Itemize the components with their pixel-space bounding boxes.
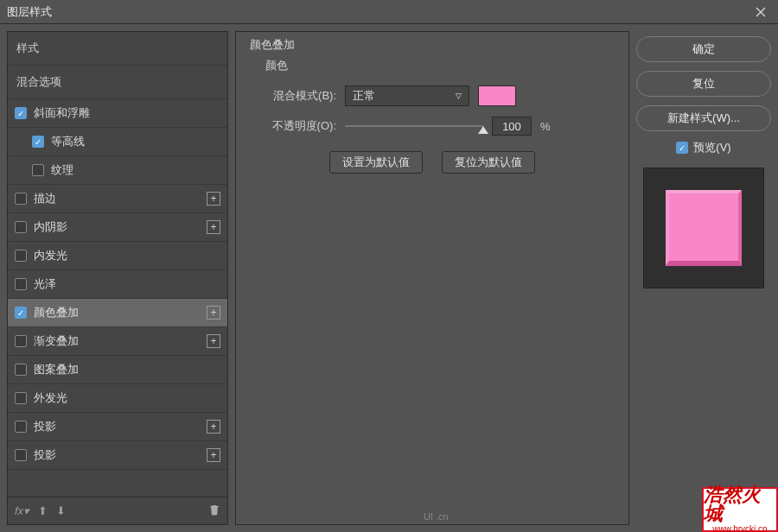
checkbox-icon[interactable] bbox=[15, 392, 27, 404]
trash-icon[interactable] bbox=[208, 504, 220, 518]
style-item-contour[interactable]: ✓ 等高线 bbox=[8, 128, 227, 156]
preview-thumbnail bbox=[666, 190, 742, 266]
style-item-satin[interactable]: 光泽 bbox=[8, 270, 227, 299]
checkbox-icon[interactable] bbox=[15, 421, 27, 433]
add-effect-icon[interactable]: + bbox=[207, 192, 220, 206]
action-panel: 确定 复位 新建样式(W)... ✓ 预览(V) bbox=[636, 31, 771, 525]
style-label: 颜色叠加 bbox=[34, 305, 200, 320]
blend-mode-select[interactable]: 正常 ▽ bbox=[345, 86, 469, 106]
watermark: 浩然火城 www.hryckj.cn bbox=[702, 487, 778, 532]
add-effect-icon[interactable]: + bbox=[207, 220, 220, 234]
opacity-label: 不透明度(O): bbox=[250, 118, 336, 134]
styles-list: 样式 混合选项 ✓ 斜面和浮雕 ✓ 等高线 纹理 描边 + 内阴影 bbox=[8, 32, 227, 497]
blending-section-header[interactable]: 混合选项 bbox=[8, 66, 227, 99]
reset-default-button[interactable]: 复位为默认值 bbox=[442, 151, 535, 174]
style-label: 投影 bbox=[34, 419, 200, 434]
style-item-inner-glow[interactable]: 内发光 bbox=[8, 242, 227, 270]
add-effect-icon[interactable]: + bbox=[207, 334, 220, 348]
checkbox-icon[interactable] bbox=[15, 335, 27, 347]
checkbox-icon[interactable]: ✓ bbox=[15, 307, 27, 319]
preview-label: 预览(V) bbox=[693, 140, 730, 155]
add-effect-icon[interactable]: + bbox=[207, 420, 220, 434]
style-label: 渐变叠加 bbox=[34, 333, 200, 349]
chevron-down-icon: ▽ bbox=[456, 92, 462, 100]
titlebar: 图层样式 bbox=[0, 0, 778, 24]
style-label: 描边 bbox=[34, 191, 200, 206]
style-item-color-overlay[interactable]: ✓ 颜色叠加 + bbox=[8, 299, 227, 327]
group-title: 颜色 bbox=[262, 58, 615, 73]
preview-toggle[interactable]: ✓ 预览(V) bbox=[636, 140, 771, 155]
section-title: 颜色叠加 bbox=[250, 35, 615, 58]
checkbox-icon[interactable] bbox=[15, 250, 27, 262]
style-item-outer-glow[interactable]: 外发光 bbox=[8, 384, 227, 413]
slider-thumb-icon[interactable] bbox=[478, 126, 488, 134]
add-effect-icon[interactable]: + bbox=[207, 306, 220, 320]
dialog-body: 样式 混合选项 ✓ 斜面和浮雕 ✓ 等高线 纹理 描边 + 内阴影 bbox=[0, 24, 778, 532]
styles-footer: fx▾ ⬆ ⬇ bbox=[8, 497, 227, 524]
fx-menu-icon[interactable]: fx▾ bbox=[15, 504, 29, 517]
close-button[interactable] bbox=[743, 0, 778, 24]
styles-panel: 样式 混合选项 ✓ 斜面和浮雕 ✓ 等高线 纹理 描边 + 内阴影 bbox=[7, 31, 228, 525]
opacity-row: 不透明度(O): % bbox=[250, 111, 615, 141]
checkbox-icon[interactable] bbox=[15, 364, 27, 376]
checkbox-icon[interactable] bbox=[15, 278, 27, 290]
close-icon bbox=[756, 7, 766, 17]
checkbox-icon[interactable] bbox=[15, 221, 27, 233]
blend-mode-value: 正常 bbox=[353, 88, 375, 104]
opacity-input[interactable] bbox=[492, 117, 532, 136]
style-item-pattern-overlay[interactable]: 图案叠加 bbox=[8, 356, 227, 384]
style-label: 内发光 bbox=[34, 248, 220, 263]
watermark-title: 浩然火城 bbox=[704, 485, 776, 523]
move-up-icon[interactable]: ⬆ bbox=[38, 504, 48, 517]
style-item-drop-shadow-1[interactable]: 投影 + bbox=[8, 413, 227, 441]
style-label: 投影 bbox=[34, 447, 200, 463]
style-item-texture[interactable]: 纹理 bbox=[8, 156, 227, 185]
blend-mode-row: 混合模式(B): 正常 ▽ bbox=[250, 80, 615, 111]
add-effect-icon[interactable]: + bbox=[207, 448, 220, 462]
style-label: 斜面和浮雕 bbox=[34, 105, 220, 121]
checkbox-icon[interactable]: ✓ bbox=[32, 136, 44, 148]
style-label: 纹理 bbox=[51, 162, 220, 178]
dialog-title: 图层样式 bbox=[7, 4, 52, 20]
style-item-stroke[interactable]: 描边 + bbox=[8, 185, 227, 213]
checkbox-icon[interactable]: ✓ bbox=[676, 142, 688, 154]
move-down-icon[interactable]: ⬇ bbox=[56, 504, 66, 517]
checkbox-icon[interactable] bbox=[32, 164, 44, 176]
style-label: 图案叠加 bbox=[34, 362, 220, 377]
blend-mode-label: 混合模式(B): bbox=[250, 88, 336, 104]
preview-box bbox=[643, 168, 764, 288]
style-label: 外发光 bbox=[34, 390, 220, 406]
opacity-slider[interactable] bbox=[345, 117, 483, 135]
cancel-button[interactable]: 复位 bbox=[636, 71, 771, 97]
style-item-gradient-overlay[interactable]: 渐变叠加 + bbox=[8, 327, 227, 356]
watermark-url: www.hryckj.cn bbox=[712, 525, 767, 532]
styles-section-header[interactable]: 样式 bbox=[8, 32, 227, 66]
footer-mark: UI .cn bbox=[424, 511, 449, 522]
ok-button[interactable]: 确定 bbox=[636, 36, 771, 62]
set-default-button[interactable]: 设置为默认值 bbox=[329, 151, 423, 174]
style-item-inner-shadow[interactable]: 内阴影 + bbox=[8, 213, 227, 242]
checkbox-icon[interactable] bbox=[15, 449, 27, 461]
style-label: 光泽 bbox=[34, 276, 220, 292]
checkbox-icon[interactable] bbox=[15, 193, 27, 205]
style-label: 内阴影 bbox=[34, 219, 200, 235]
new-style-button[interactable]: 新建样式(W)... bbox=[636, 105, 771, 131]
checkbox-icon[interactable]: ✓ bbox=[15, 107, 27, 119]
settings-panel: 颜色叠加 颜色 混合模式(B): 正常 ▽ 不透明度(O): % bbox=[235, 31, 629, 525]
style-item-bevel[interactable]: ✓ 斜面和浮雕 bbox=[8, 99, 227, 128]
style-label: 等高线 bbox=[51, 134, 220, 149]
overlay-color-swatch[interactable] bbox=[478, 86, 516, 106]
percent-label: % bbox=[540, 120, 551, 133]
style-item-drop-shadow-2[interactable]: 投影 + bbox=[8, 441, 227, 470]
